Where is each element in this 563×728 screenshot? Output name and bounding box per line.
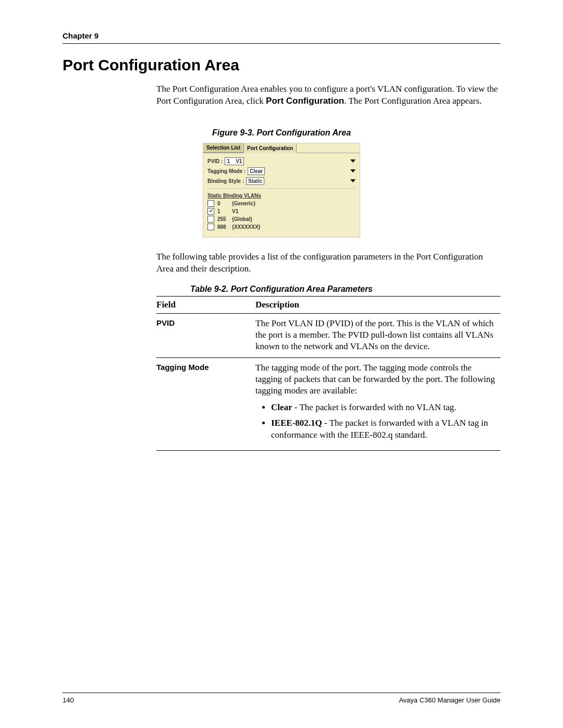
intro-bold: Port Configuration bbox=[266, 96, 344, 106]
port-config-panel: Selection List Port Configuration PVID :… bbox=[203, 143, 360, 238]
tab-selection-list[interactable]: Selection List bbox=[203, 143, 244, 153]
pvid-field[interactable]: 1 V1 bbox=[225, 157, 244, 165]
vlan-row: 255 {Global} bbox=[203, 215, 360, 223]
dropdown-icon[interactable] bbox=[350, 179, 356, 182]
chapter-label: Chapter 9 bbox=[63, 31, 500, 40]
bullet-bold: Clear bbox=[271, 402, 292, 412]
checkbox[interactable] bbox=[207, 224, 214, 230]
bullet-text: - The packet is forwarded with no VLAN t… bbox=[292, 402, 457, 412]
tagging-row: Tagging Mode : Clear bbox=[203, 166, 360, 176]
list-item: IEEE-802.1Q - The packet is forwarded wi… bbox=[271, 417, 495, 440]
bullet-list: Clear - The packet is forwarded with no … bbox=[271, 402, 495, 440]
vlan-name: {Global} bbox=[232, 216, 252, 222]
list-item: Clear - The packet is forwarded with no … bbox=[271, 402, 495, 413]
checkbox[interactable] bbox=[207, 200, 214, 207]
table-caption: Table 9-2. Port Configuration Area Param… bbox=[63, 285, 500, 294]
static-binding-header: Static Binding VLANs bbox=[203, 191, 360, 200]
page-footer: 140 Avaya C360 Manager User Guide bbox=[63, 693, 500, 704]
page-number: 140 bbox=[63, 696, 74, 704]
vlan-name: V1 bbox=[232, 208, 238, 214]
table-row: PVID The Port VLAN ID (PVID) of the port… bbox=[156, 313, 500, 357]
vlan-row: 888 {XXXXXXX} bbox=[203, 223, 360, 231]
vlan-id: 1 bbox=[217, 208, 232, 214]
desc-text: The tagging mode of the port. The taggin… bbox=[255, 363, 495, 396]
guide-title: Avaya C360 Manager User Guide bbox=[399, 696, 500, 704]
intro-paragraph: The Port Configuration Area enables you … bbox=[156, 83, 500, 107]
pvid-label: PVID : bbox=[207, 158, 223, 164]
figure-caption: Figure 9-3. Port Configuration Area bbox=[63, 128, 500, 138]
tagging-field[interactable]: Clear bbox=[248, 167, 265, 175]
page-title: Port Configuration Area bbox=[63, 56, 500, 74]
binding-field[interactable]: Static bbox=[246, 177, 264, 185]
after-figure-text: The following table provides a list of t… bbox=[156, 251, 500, 275]
bullet-bold: IEEE-802.1Q bbox=[271, 418, 322, 428]
vlan-row: ✔ 1 V1 bbox=[203, 207, 360, 215]
field-desc: The tagging mode of the port. The taggin… bbox=[255, 358, 500, 451]
figure-wrap: Selection List Port Configuration PVID :… bbox=[63, 143, 500, 238]
vlan-id: 255 bbox=[217, 216, 232, 222]
field-desc: The Port VLAN ID (PVID) of the port. Thi… bbox=[255, 313, 500, 357]
vlan-id: 0 bbox=[217, 201, 232, 206]
pvid-row: PVID : 1 V1 bbox=[203, 156, 360, 166]
dropdown-icon[interactable] bbox=[350, 159, 356, 163]
checkbox[interactable] bbox=[207, 216, 214, 223]
tagging-label: Tagging Mode : bbox=[207, 168, 246, 174]
separator bbox=[207, 188, 356, 189]
tabs: Selection List Port Configuration bbox=[203, 143, 360, 153]
binding-label: Binding Style : bbox=[207, 178, 244, 184]
binding-row: Binding Style : Static bbox=[203, 176, 360, 186]
dropdown-icon[interactable] bbox=[350, 169, 356, 172]
field-name: PVID bbox=[156, 313, 255, 357]
vlan-name: {Generic} bbox=[232, 201, 255, 206]
vlan-row: 0 {Generic} bbox=[203, 200, 360, 207]
field-name: Tagging Mode bbox=[156, 358, 255, 451]
table-row: Tagging Mode The tagging mode of the por… bbox=[156, 358, 500, 451]
vlan-id: 888 bbox=[217, 224, 232, 230]
tab-port-configuration[interactable]: Port Configuration bbox=[244, 144, 297, 153]
checkbox-checked[interactable]: ✔ bbox=[207, 208, 214, 215]
header-rule bbox=[63, 43, 500, 44]
parameters-table: Field Description PVID The Port VLAN ID … bbox=[156, 296, 500, 451]
col-description: Description bbox=[255, 296, 500, 313]
col-field: Field bbox=[156, 296, 255, 313]
intro-text-b: . The Port Configuration Area appears. bbox=[344, 96, 482, 106]
vlan-name: {XXXXXXX} bbox=[232, 224, 260, 230]
